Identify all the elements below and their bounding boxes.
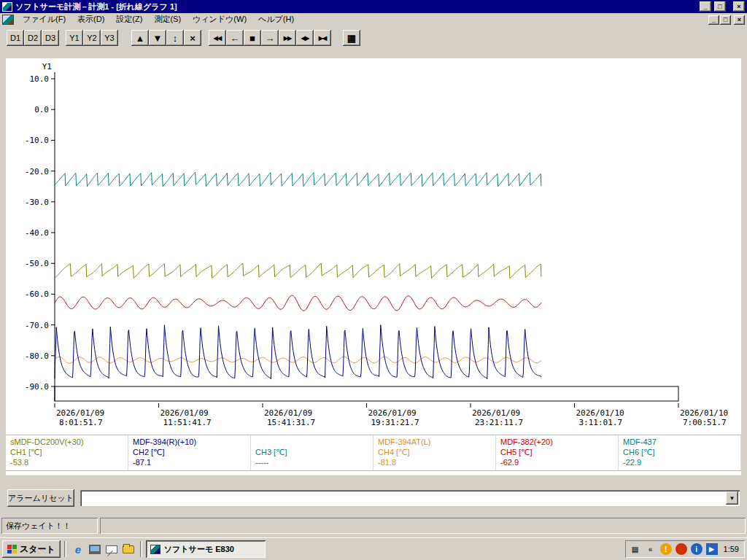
system-tray: ▤«!i▶1:59 [625,540,745,558]
series-ch2 [55,325,541,379]
status-red-icon[interactable] [676,543,687,555]
task-button-softthermo[interactable]: ソフトサーモ E830 [146,540,266,558]
taskbar-separator [140,541,142,557]
step-left-button[interactable]: ← [226,30,244,46]
expand-vertical-button[interactable]: ↕ [166,30,184,46]
svg-text:2026/01/09: 2026/01/09 [264,408,312,418]
svg-text:2026/01/10: 2026/01/10 [680,408,728,418]
legend-channel-label: CH5 [℃] [500,447,614,457]
svg-text:7:00:51.7: 7:00:51.7 [683,418,727,427]
y3-button[interactable]: Y3 [101,30,118,46]
app-icon[interactable] [2,2,12,12]
menu-item-settings[interactable]: 設定(Z) [110,12,148,27]
legend-channel-label: CH6 [℃] [623,447,736,457]
legend-sensor-name [255,437,368,447]
legend-channel-2: MDF-394(R)(+10) CH2 [℃] -87.1 [128,435,251,470]
svg-text:2026/01/09: 2026/01/09 [368,408,417,418]
svg-text:3:11:01.7: 3:11:01.7 [579,418,623,427]
svg-text:8:01:51.7: 8:01:51.7 [59,418,103,427]
stop-button[interactable]: ■ [244,30,261,46]
menu-item-view[interactable]: 表示(D) [71,12,110,27]
svg-text:-60.0: -60.0 [25,289,49,299]
svg-text:2026/01/09: 2026/01/09 [472,408,520,418]
step-right-button[interactable]: → [261,30,279,46]
scroll-up-button[interactable]: ▲ [131,30,149,46]
combobox-dropdown-button[interactable]: ▼ [726,491,738,505]
mdi-restore-button[interactable]: □ [720,15,731,25]
task-button-icon [150,545,160,554]
ie-icon[interactable]: e [71,542,85,556]
scroll-down-button[interactable]: ▼ [149,30,166,46]
menu-items: ファイル(F)表示(D)設定(Z)測定(S)ウィンドウ(W)ヘルプ(H) [17,12,300,27]
legend-channel-label: CH3 [℃] [255,447,368,457]
svg-text:15:41:31.7: 15:41:31.7 [267,418,315,427]
shrink-time-button[interactable]: ▶◀ [314,30,331,46]
windows-logo-icon [7,545,17,553]
mail-icon[interactable] [105,542,118,556]
fast-rewind-button[interactable]: ◀◀ [209,30,226,46]
alarm-combobox[interactable]: ▼ [80,490,740,506]
svg-text:0.0: 0.0 [34,105,49,114]
legend-sensor-name: MDF-437 [623,437,736,447]
play-icon[interactable]: ▶ [706,543,718,555]
start-button-label: スタート [20,543,55,556]
legend-channel-4: MDF-394AT(L) CH4 [℃] -81.8 [374,435,496,470]
channel-legend: sMDF-DC200V(+30) CH1 [℃] -53.8 MDF-394(R… [6,435,741,471]
d2-button[interactable]: D2 [24,30,42,46]
status-message: 保存ウェイト！！ [1,518,98,534]
d3-button[interactable]: D3 [42,30,59,46]
menu-item-window[interactable]: ウィンドウ(W) [187,12,252,27]
alert-icon[interactable]: ! [660,543,672,555]
y2-button[interactable]: Y2 [83,30,101,46]
legend-channel-value: -81.8 [378,457,491,467]
window-title: ソフトサーモ計測－計測1 - [折れ線グラフ 1] [15,1,697,12]
ime-icon[interactable]: ▤ [630,543,641,555]
collapse-chevron-icon[interactable]: « [645,543,657,555]
svg-text:-10.0: -10.0 [25,136,49,145]
info-icon[interactable]: i [691,543,703,555]
desktop: { "window": { "title": "ソフトサーモ計測－計測1 - [… [0,0,747,560]
expand-time-button[interactable]: ◀▶ [296,30,314,46]
mdi-window-controls: _ □ × [708,15,745,25]
svg-text:10.0: 10.0 [30,74,50,84]
menu-item-help[interactable]: ヘルプ(H) [252,12,300,27]
close-button[interactable]: × [733,1,745,12]
minimize-button[interactable]: _ [700,1,711,12]
y1-button[interactable]: Y1 [66,30,83,46]
folder-icon[interactable] [122,542,135,556]
menu-item-measure[interactable]: 測定(S) [148,12,187,27]
mdi-close-button[interactable]: × [734,15,745,25]
start-button[interactable]: スタート [2,540,61,558]
graph-window-client: Y110.00.0-10.0-20.0-30.0-40.0-50.0-60.0-… [0,50,747,514]
svg-text:2026/01/09: 2026/01/09 [160,408,209,418]
mdi-minimize-button[interactable]: _ [708,15,719,25]
task-button-label: ソフトサーモ E830 [164,544,234,555]
time-scroll-group: ◀◀←■→▶▶◀▶▶◀ [209,30,331,46]
d1-button[interactable]: D1 [7,30,24,46]
graph-list-button[interactable]: ▦ [343,30,360,46]
title-bar: ソフトサーモ計測－計測1 - [折れ線グラフ 1] _ □ × [0,0,747,13]
legend-channel-label: CH4 [℃] [378,447,491,457]
legend-channel-label: CH1 [℃] [10,447,123,457]
svg-text:11:51:41.7: 11:51:41.7 [163,418,212,427]
taskbar: スタート e ソフトサーモ E830 ▤«!i▶1:59 [0,537,747,560]
legend-channel-3: CH3 [℃] ----- [251,435,374,470]
series-ch1 [55,263,541,279]
alarm-combobox-value [83,493,724,503]
child-window-icon[interactable] [2,15,14,25]
legend-channel-value: -62.9 [500,457,614,467]
status-bar: 保存ウェイト！！ [0,514,747,537]
legend-channel-value: ----- [255,457,368,467]
menu-item-file[interactable]: ファイル(F) [17,12,71,27]
toolbar: D1D2D3Y1Y2Y3▲▼↕×◀◀←■→▶▶◀▶▶◀▦ [0,26,747,50]
svg-text:-20.0: -20.0 [25,167,49,176]
svg-text:2026/01/09: 2026/01/09 [56,408,104,418]
auto-scale-button[interactable]: × [184,30,201,46]
maximize-button[interactable]: □ [714,1,726,12]
status-panel-empty [100,518,746,534]
alarm-reset-button[interactable]: アラームリセット [7,489,74,507]
scale-group: ▲▼↕× [131,30,201,46]
fast-forward-button[interactable]: ▶▶ [279,30,296,46]
view-group: ▦ [343,30,360,46]
show-desktop-icon[interactable] [88,542,101,556]
